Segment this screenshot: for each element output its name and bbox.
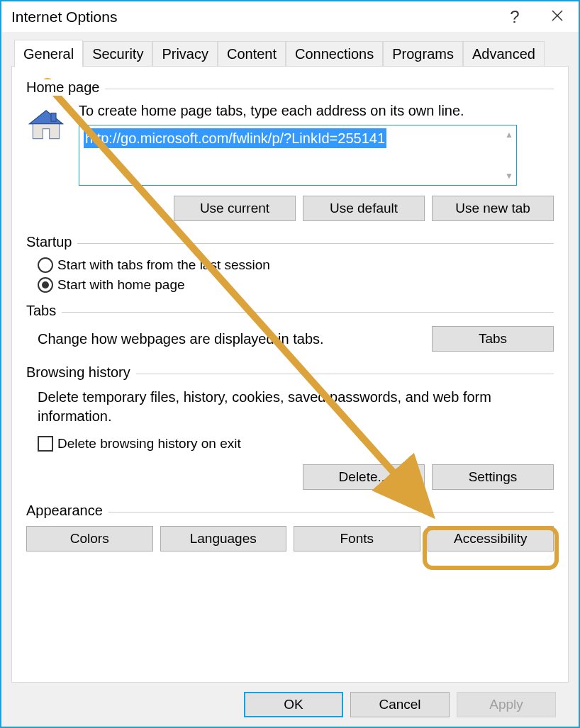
tab-strip: General Security Privacy Content Connect… — [11, 41, 569, 67]
group-startup-header: Startup — [26, 234, 554, 250]
languages-button[interactable]: Languages — [160, 526, 287, 551]
group-appearance-header: Appearance — [26, 503, 554, 519]
window-title: Internet Options — [11, 9, 493, 26]
title-bar: Internet Options ? — [1, 1, 579, 32]
home-page-url-text: http://go.microsoft.com/fwlink/p/?LinkId… — [84, 128, 386, 148]
home-icon — [26, 106, 69, 149]
radio-selected-icon — [38, 277, 53, 293]
delete-history-button[interactable]: Delete... — [303, 464, 425, 490]
tab-security[interactable]: Security — [83, 41, 152, 67]
tab-connections[interactable]: Connections — [286, 41, 383, 67]
scroll-up-icon[interactable]: ▲ — [505, 130, 513, 140]
checkbox-unchecked-icon — [38, 436, 53, 452]
tab-content[interactable]: Content — [218, 41, 286, 67]
scroll-down-icon[interactable]: ▼ — [505, 171, 513, 181]
tab-programs[interactable]: Programs — [383, 41, 463, 67]
startup-option-home-page-label: Start with home page — [57, 277, 185, 293]
dialog-footer: OK Cancel Apply — [11, 683, 569, 727]
fonts-button[interactable]: Fonts — [294, 526, 420, 551]
tab-privacy[interactable]: Privacy — [152, 41, 218, 67]
svg-rect-4 — [51, 113, 56, 122]
group-home-page-header: Home page — [26, 79, 554, 96]
internet-options-dialog: Internet Options ? General Security Priv… — [0, 0, 580, 728]
group-label-tabs: Tabs — [26, 303, 62, 319]
close-icon — [552, 10, 563, 21]
home-page-instruction: To create home page tabs, type each addr… — [79, 103, 554, 119]
use-current-button[interactable]: Use current — [174, 196, 296, 221]
history-settings-button[interactable]: Settings — [432, 464, 554, 490]
home-page-url-input[interactable]: http://go.microsoft.com/fwlink/p/?LinkId… — [79, 125, 517, 186]
dialog-body: General Security Privacy Content Connect… — [1, 32, 579, 727]
close-button[interactable] — [536, 9, 579, 25]
tab-panel-general: Home page To create home page tabs, type… — [11, 66, 569, 683]
colors-button[interactable]: Colors — [26, 526, 153, 551]
use-default-button[interactable]: Use default — [303, 196, 425, 221]
tab-advanced[interactable]: Advanced — [463, 41, 545, 67]
annotation-settings-highlight — [423, 526, 559, 570]
svg-marker-3 — [30, 111, 63, 124]
use-new-tab-button[interactable]: Use new tab — [432, 196, 554, 221]
ok-button[interactable]: OK — [244, 692, 343, 717]
delete-on-exit-label: Delete browsing history on exit — [57, 436, 241, 452]
tabs-button[interactable]: Tabs — [432, 326, 554, 352]
tab-general[interactable]: General — [14, 40, 83, 67]
startup-radio-last-session[interactable]: Start with tabs from the last session — [26, 257, 554, 273]
radio-unselected-icon — [38, 257, 53, 273]
help-button[interactable]: ? — [493, 7, 536, 27]
apply-button: Apply — [457, 692, 556, 717]
group-label-appearance: Appearance — [26, 503, 108, 519]
delete-on-exit-checkbox[interactable]: Delete browsing history on exit — [26, 436, 554, 452]
startup-radio-home-page[interactable]: Start with home page — [26, 277, 554, 293]
group-label-home-page: Home page — [26, 79, 105, 96]
tabs-description: Change how webpages are displayed in tab… — [38, 331, 423, 347]
group-label-startup: Startup — [26, 234, 77, 250]
group-label-history: Browsing history — [26, 364, 136, 381]
startup-option-last-session-label: Start with tabs from the last session — [57, 257, 270, 273]
group-tabs-header: Tabs — [26, 303, 554, 319]
cancel-button[interactable]: Cancel — [350, 692, 450, 717]
history-description: Delete temporary files, history, cookies… — [38, 388, 554, 426]
group-history-header: Browsing history — [26, 364, 554, 381]
